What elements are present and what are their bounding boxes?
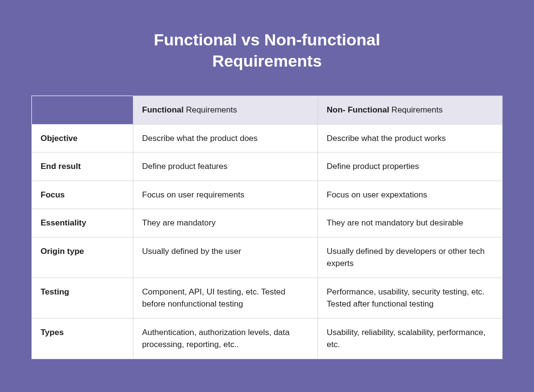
header-rest: Requirements <box>184 105 237 114</box>
column-header-functional: Functional Requirements <box>133 96 318 125</box>
table-header-row: Functional Requirements Non- Functional … <box>32 96 503 125</box>
table-row: Essentiality They are mandatory They are… <box>32 209 503 238</box>
cell-functional: Usually defined by the user <box>133 237 318 278</box>
cell-nonfunctional: Usually defined by developers or other t… <box>318 237 503 278</box>
table-corner-cell <box>32 96 133 125</box>
comparison-table: Functional Requirements Non- Functional … <box>31 96 503 359</box>
page-title: Functional vs Non-functional Requirement… <box>122 29 412 71</box>
header-rest: Requirements <box>389 105 443 114</box>
table-row: Testing Component, API, UI testing, etc.… <box>32 278 503 318</box>
cell-functional: Component, API, UI testing, etc. Tested … <box>133 278 318 318</box>
comparison-table-container: Functional Requirements Non- Functional … <box>31 96 503 359</box>
table-body: Objective Describe what the product does… <box>32 124 503 359</box>
cell-nonfunctional: Define product properties <box>318 153 503 181</box>
cell-nonfunctional: They are not mandatory but desirable <box>318 209 503 238</box>
cell-nonfunctional: Describe what the product works <box>318 124 503 153</box>
cell-nonfunctional: Performance, usability, security testing… <box>318 278 503 318</box>
table-row: Types Authentication, authorization leve… <box>32 318 503 359</box>
column-header-nonfunctional: Non- Functional Requirements <box>318 96 503 125</box>
row-label: Testing <box>32 278 133 318</box>
row-label: Essentiality <box>32 209 133 238</box>
header-bold: Functional <box>142 105 184 114</box>
row-label: Types <box>32 318 133 359</box>
table-row: Focus Focus on user requirements Focus o… <box>32 181 503 209</box>
cell-nonfunctional: Usability, reliability, scalability, per… <box>318 318 503 359</box>
row-label: End result <box>32 153 133 181</box>
header-bold: Non- Functional <box>327 105 389 114</box>
table-row: End result Define product features Defin… <box>32 153 503 181</box>
row-label: Origin type <box>32 237 133 278</box>
cell-functional: Focus on user requirements <box>133 181 318 209</box>
row-label: Focus <box>32 181 133 209</box>
cell-functional: Authentication, authorization levels, da… <box>133 318 318 359</box>
cell-nonfunctional: Focus on user expextations <box>318 181 503 209</box>
cell-functional: They are mandatory <box>133 209 318 238</box>
cell-functional: Define product features <box>133 153 318 181</box>
table-row: Origin type Usually defined by the user … <box>32 237 503 278</box>
row-label: Objective <box>32 124 133 153</box>
table-row: Objective Describe what the product does… <box>32 124 503 153</box>
cell-functional: Describe what the product does <box>133 124 318 153</box>
